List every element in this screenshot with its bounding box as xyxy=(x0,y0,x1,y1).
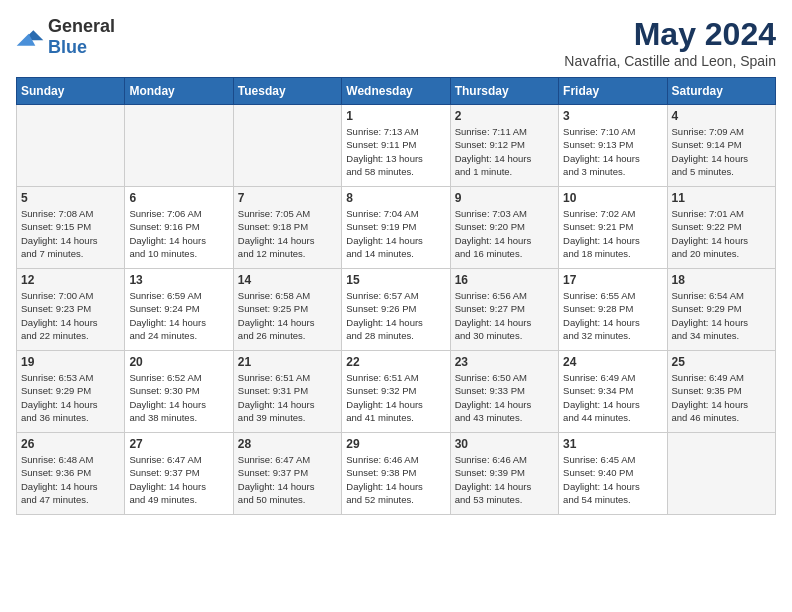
calendar-cell: 20Sunrise: 6:52 AMSunset: 9:30 PMDayligh… xyxy=(125,351,233,433)
calendar-cell: 31Sunrise: 6:45 AMSunset: 9:40 PMDayligh… xyxy=(559,433,667,515)
day-info: Sunrise: 6:52 AMSunset: 9:30 PMDaylight:… xyxy=(129,371,228,424)
day-number: 23 xyxy=(455,355,554,369)
weekday-header-saturday: Saturday xyxy=(667,78,775,105)
calendar-cell: 10Sunrise: 7:02 AMSunset: 9:21 PMDayligh… xyxy=(559,187,667,269)
day-info: Sunrise: 6:49 AMSunset: 9:34 PMDaylight:… xyxy=(563,371,662,424)
month-title: May 2024 xyxy=(564,16,776,53)
day-number: 1 xyxy=(346,109,445,123)
calendar-cell: 21Sunrise: 6:51 AMSunset: 9:31 PMDayligh… xyxy=(233,351,341,433)
calendar-week-3: 12Sunrise: 7:00 AMSunset: 9:23 PMDayligh… xyxy=(17,269,776,351)
calendar-cell: 17Sunrise: 6:55 AMSunset: 9:28 PMDayligh… xyxy=(559,269,667,351)
title-block: May 2024 Navafria, Castille and Leon, Sp… xyxy=(564,16,776,69)
day-number: 14 xyxy=(238,273,337,287)
day-number: 13 xyxy=(129,273,228,287)
calendar-week-2: 5Sunrise: 7:08 AMSunset: 9:15 PMDaylight… xyxy=(17,187,776,269)
day-number: 28 xyxy=(238,437,337,451)
day-number: 18 xyxy=(672,273,771,287)
day-info: Sunrise: 7:00 AMSunset: 9:23 PMDaylight:… xyxy=(21,289,120,342)
day-info: Sunrise: 7:09 AMSunset: 9:14 PMDaylight:… xyxy=(672,125,771,178)
logo-icon xyxy=(16,27,44,47)
day-info: Sunrise: 6:47 AMSunset: 9:37 PMDaylight:… xyxy=(129,453,228,506)
day-number: 7 xyxy=(238,191,337,205)
day-info: Sunrise: 6:46 AMSunset: 9:39 PMDaylight:… xyxy=(455,453,554,506)
day-info: Sunrise: 7:08 AMSunset: 9:15 PMDaylight:… xyxy=(21,207,120,260)
calendar-cell: 30Sunrise: 6:46 AMSunset: 9:39 PMDayligh… xyxy=(450,433,558,515)
day-number: 19 xyxy=(21,355,120,369)
calendar-cell: 4Sunrise: 7:09 AMSunset: 9:14 PMDaylight… xyxy=(667,105,775,187)
weekday-header-thursday: Thursday xyxy=(450,78,558,105)
calendar-cell xyxy=(667,433,775,515)
day-info: Sunrise: 6:59 AMSunset: 9:24 PMDaylight:… xyxy=(129,289,228,342)
day-info: Sunrise: 7:03 AMSunset: 9:20 PMDaylight:… xyxy=(455,207,554,260)
day-info: Sunrise: 6:55 AMSunset: 9:28 PMDaylight:… xyxy=(563,289,662,342)
day-info: Sunrise: 6:56 AMSunset: 9:27 PMDaylight:… xyxy=(455,289,554,342)
weekday-header-tuesday: Tuesday xyxy=(233,78,341,105)
weekday-header-monday: Monday xyxy=(125,78,233,105)
weekday-header-friday: Friday xyxy=(559,78,667,105)
calendar-cell xyxy=(17,105,125,187)
day-number: 12 xyxy=(21,273,120,287)
day-info: Sunrise: 6:50 AMSunset: 9:33 PMDaylight:… xyxy=(455,371,554,424)
weekday-header-wednesday: Wednesday xyxy=(342,78,450,105)
day-number: 3 xyxy=(563,109,662,123)
calendar-cell: 15Sunrise: 6:57 AMSunset: 9:26 PMDayligh… xyxy=(342,269,450,351)
day-info: Sunrise: 6:57 AMSunset: 9:26 PMDaylight:… xyxy=(346,289,445,342)
day-number: 4 xyxy=(672,109,771,123)
weekday-header-row: SundayMondayTuesdayWednesdayThursdayFrid… xyxy=(17,78,776,105)
calendar-cell: 22Sunrise: 6:51 AMSunset: 9:32 PMDayligh… xyxy=(342,351,450,433)
weekday-header-sunday: Sunday xyxy=(17,78,125,105)
calendar-week-1: 1Sunrise: 7:13 AMSunset: 9:11 PMDaylight… xyxy=(17,105,776,187)
calendar-cell: 12Sunrise: 7:00 AMSunset: 9:23 PMDayligh… xyxy=(17,269,125,351)
day-info: Sunrise: 7:01 AMSunset: 9:22 PMDaylight:… xyxy=(672,207,771,260)
day-number: 30 xyxy=(455,437,554,451)
day-info: Sunrise: 6:45 AMSunset: 9:40 PMDaylight:… xyxy=(563,453,662,506)
day-number: 6 xyxy=(129,191,228,205)
day-number: 17 xyxy=(563,273,662,287)
day-number: 20 xyxy=(129,355,228,369)
calendar-cell: 24Sunrise: 6:49 AMSunset: 9:34 PMDayligh… xyxy=(559,351,667,433)
day-number: 5 xyxy=(21,191,120,205)
day-info: Sunrise: 7:04 AMSunset: 9:19 PMDaylight:… xyxy=(346,207,445,260)
calendar-cell: 26Sunrise: 6:48 AMSunset: 9:36 PMDayligh… xyxy=(17,433,125,515)
day-info: Sunrise: 6:48 AMSunset: 9:36 PMDaylight:… xyxy=(21,453,120,506)
calendar-cell: 5Sunrise: 7:08 AMSunset: 9:15 PMDaylight… xyxy=(17,187,125,269)
day-number: 31 xyxy=(563,437,662,451)
day-info: Sunrise: 7:05 AMSunset: 9:18 PMDaylight:… xyxy=(238,207,337,260)
day-info: Sunrise: 7:13 AMSunset: 9:11 PMDaylight:… xyxy=(346,125,445,178)
calendar-cell: 3Sunrise: 7:10 AMSunset: 9:13 PMDaylight… xyxy=(559,105,667,187)
page-header: General Blue May 2024 Navafria, Castille… xyxy=(16,16,776,69)
logo-blue-text: Blue xyxy=(48,37,87,57)
day-number: 26 xyxy=(21,437,120,451)
day-info: Sunrise: 6:53 AMSunset: 9:29 PMDaylight:… xyxy=(21,371,120,424)
day-number: 29 xyxy=(346,437,445,451)
calendar-week-5: 26Sunrise: 6:48 AMSunset: 9:36 PMDayligh… xyxy=(17,433,776,515)
location-subtitle: Navafria, Castille and Leon, Spain xyxy=(564,53,776,69)
calendar-week-4: 19Sunrise: 6:53 AMSunset: 9:29 PMDayligh… xyxy=(17,351,776,433)
calendar-cell: 27Sunrise: 6:47 AMSunset: 9:37 PMDayligh… xyxy=(125,433,233,515)
day-info: Sunrise: 6:58 AMSunset: 9:25 PMDaylight:… xyxy=(238,289,337,342)
calendar-cell: 23Sunrise: 6:50 AMSunset: 9:33 PMDayligh… xyxy=(450,351,558,433)
calendar-cell: 25Sunrise: 6:49 AMSunset: 9:35 PMDayligh… xyxy=(667,351,775,433)
day-info: Sunrise: 7:06 AMSunset: 9:16 PMDaylight:… xyxy=(129,207,228,260)
calendar-cell: 7Sunrise: 7:05 AMSunset: 9:18 PMDaylight… xyxy=(233,187,341,269)
calendar-cell: 8Sunrise: 7:04 AMSunset: 9:19 PMDaylight… xyxy=(342,187,450,269)
calendar-cell: 6Sunrise: 7:06 AMSunset: 9:16 PMDaylight… xyxy=(125,187,233,269)
calendar-cell xyxy=(125,105,233,187)
calendar-cell: 16Sunrise: 6:56 AMSunset: 9:27 PMDayligh… xyxy=(450,269,558,351)
day-number: 11 xyxy=(672,191,771,205)
day-number: 22 xyxy=(346,355,445,369)
day-number: 25 xyxy=(672,355,771,369)
calendar-cell: 1Sunrise: 7:13 AMSunset: 9:11 PMDaylight… xyxy=(342,105,450,187)
day-number: 2 xyxy=(455,109,554,123)
calendar-cell: 14Sunrise: 6:58 AMSunset: 9:25 PMDayligh… xyxy=(233,269,341,351)
day-number: 24 xyxy=(563,355,662,369)
day-info: Sunrise: 6:47 AMSunset: 9:37 PMDaylight:… xyxy=(238,453,337,506)
calendar-cell: 18Sunrise: 6:54 AMSunset: 9:29 PMDayligh… xyxy=(667,269,775,351)
day-number: 27 xyxy=(129,437,228,451)
calendar-cell: 11Sunrise: 7:01 AMSunset: 9:22 PMDayligh… xyxy=(667,187,775,269)
day-info: Sunrise: 6:54 AMSunset: 9:29 PMDaylight:… xyxy=(672,289,771,342)
day-info: Sunrise: 6:51 AMSunset: 9:32 PMDaylight:… xyxy=(346,371,445,424)
day-info: Sunrise: 7:10 AMSunset: 9:13 PMDaylight:… xyxy=(563,125,662,178)
logo-general-text: General xyxy=(48,16,115,36)
logo: General Blue xyxy=(16,16,115,58)
